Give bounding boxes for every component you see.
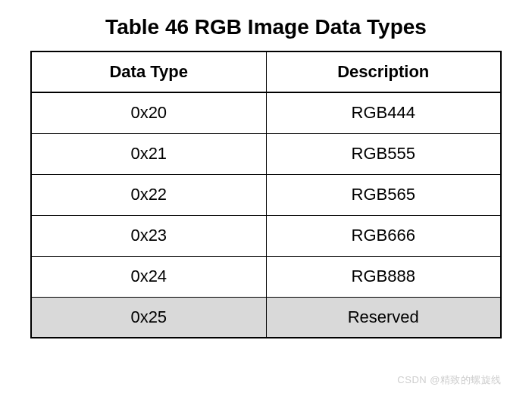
cell-description: Reserved	[266, 297, 501, 338]
cell-data-type: 0x20	[31, 92, 266, 133]
table-row: 0x24RGB888	[31, 256, 501, 297]
cell-data-type: 0x24	[31, 256, 266, 297]
table-row: 0x21RGB555	[31, 133, 501, 174]
header-data-type: Data Type	[31, 51, 266, 92]
cell-description: RGB444	[266, 92, 501, 133]
cell-data-type: 0x22	[31, 174, 266, 215]
cell-data-type: 0x21	[31, 133, 266, 174]
table-row: 0x20RGB444	[31, 92, 501, 133]
table-row: 0x22RGB565	[31, 174, 501, 215]
cell-description: RGB666	[266, 215, 501, 256]
cell-description: RGB555	[266, 133, 501, 174]
data-type-table: Data Type Description 0x20RGB4440x21RGB5…	[30, 51, 502, 338]
table-row: 0x23RGB666	[31, 215, 501, 256]
cell-description: RGB888	[266, 256, 501, 297]
table-row: 0x25Reserved	[31, 297, 501, 338]
table-header-row: Data Type Description	[31, 51, 501, 92]
cell-description: RGB565	[266, 174, 501, 215]
header-description: Description	[266, 51, 501, 92]
watermark: CSDN @精致的螺旋线	[397, 373, 502, 387]
cell-data-type: 0x23	[31, 215, 266, 256]
cell-data-type: 0x25	[31, 297, 266, 338]
table-title: Table 46 RGB Image Data Types	[30, 15, 502, 39]
